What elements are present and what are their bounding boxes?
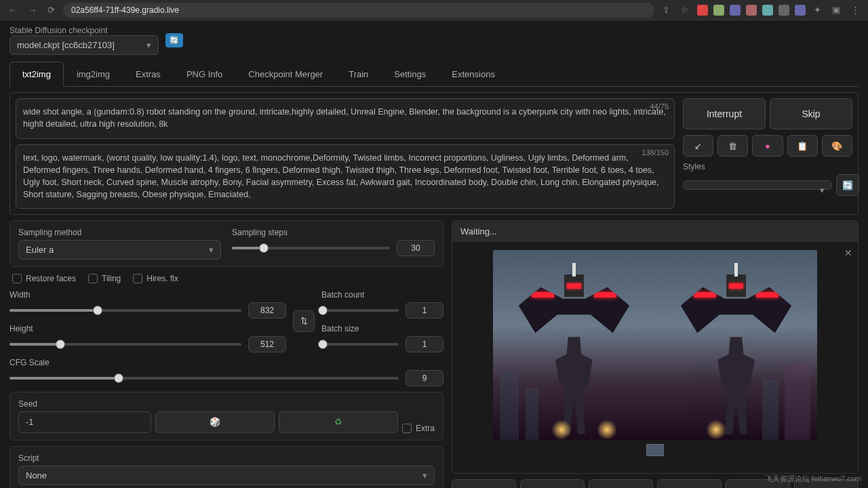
menu-icon[interactable]: ⋮: [848, 3, 863, 16]
sampling-steps-label: Sampling steps: [232, 228, 435, 237]
random-seed-button[interactable]: 🎲: [155, 411, 275, 433]
sampling-method-select[interactable]: Euler a: [18, 240, 221, 260]
sampling-steps-value[interactable]: 30: [397, 240, 435, 256]
reuse-seed-button[interactable]: ♻: [279, 411, 398, 433]
cfg-slider[interactable]: [9, 377, 399, 380]
extension-icon[interactable]: [746, 5, 757, 16]
hires-fix-checkbox[interactable]: Hires. fix: [133, 274, 178, 283]
save-button[interactable]: Save: [520, 479, 585, 489]
restore-faces-checkbox[interactable]: Restore faces: [12, 274, 76, 283]
extra-seed-checkbox[interactable]: Extra: [402, 424, 435, 433]
extension-icon[interactable]: [795, 5, 806, 16]
extension-icon[interactable]: [697, 5, 708, 16]
negative-prompt-input[interactable]: 138/150 text, logo, watermark, (worst qu…: [16, 144, 675, 209]
checkpoint-select[interactable]: model.ckpt [cc6cb27103]: [9, 35, 159, 55]
close-icon[interactable]: ✕: [844, 247, 852, 258]
checkpoint-label: Stable Diffusion checkpoint: [9, 26, 159, 35]
swap-dimensions-button[interactable]: ⇅: [293, 310, 315, 332]
trash-icon-button[interactable]: 🗑: [717, 135, 748, 157]
star-icon[interactable]: ☆: [678, 3, 692, 16]
width-slider[interactable]: [9, 309, 241, 312]
back-icon[interactable]: ←: [5, 3, 20, 16]
seed-label: Seed: [18, 399, 435, 409]
skip-button[interactable]: Skip: [770, 98, 852, 129]
sampling-steps-slider[interactable]: [232, 247, 390, 249]
width-value[interactable]: 832: [248, 302, 286, 319]
extension-icon[interactable]: [778, 5, 789, 16]
output-status: Waiting...: [452, 221, 858, 242]
height-value[interactable]: 512: [248, 336, 286, 352]
generated-robot-left: [513, 271, 636, 434]
interrupt-button[interactable]: Interrupt: [683, 98, 766, 129]
batch-count-slider[interactable]: [321, 309, 399, 312]
cfg-label: CFG Scale: [9, 358, 443, 367]
styles-label: Styles: [683, 162, 852, 171]
tab-settings[interactable]: Settings: [381, 62, 439, 86]
extension-icon[interactable]: [762, 5, 773, 16]
tab-txt2img[interactable]: txt2img: [9, 62, 64, 87]
thumbnail[interactable]: [646, 444, 664, 456]
extension-icon[interactable]: [730, 5, 741, 16]
styles-select[interactable]: [683, 180, 832, 190]
negative-token-count: 138/150: [642, 148, 669, 159]
batch-count-label: Batch count: [321, 290, 443, 300]
arrow-icon-button[interactable]: ↙: [683, 135, 713, 157]
batch-size-label: Batch size: [321, 324, 443, 333]
clipboard-icon-button[interactable]: 📋: [787, 135, 818, 157]
cfg-value[interactable]: 9: [406, 370, 443, 386]
prompt-input[interactable]: 44/75 wide shot angle, a (gundam:0.8) ro…: [16, 98, 675, 139]
extensions-icon[interactable]: ✦: [811, 3, 824, 16]
tab-pnginfo[interactable]: PNG Info: [174, 62, 235, 86]
share-icon[interactable]: ⇪: [660, 3, 673, 16]
style-icon-button[interactable]: ●: [752, 135, 783, 157]
app-root: Stable Diffusion checkpoint model.ckpt […: [0, 20, 868, 488]
open-folder-button[interactable]: 📁: [452, 479, 516, 489]
tab-img2img[interactable]: img2img: [64, 62, 123, 86]
seed-input[interactable]: -1: [18, 411, 151, 433]
tab-extras[interactable]: Extras: [123, 62, 174, 86]
script-select[interactable]: None: [18, 466, 435, 485]
refresh-checkpoint-button[interactable]: 🔄: [165, 33, 183, 47]
prompt-token-count: 44/75: [650, 102, 669, 113]
tab-checkpoint-merger[interactable]: Checkpoint Merger: [235, 62, 336, 86]
height-label: Height: [9, 324, 286, 333]
tab-train[interactable]: Train: [336, 62, 381, 86]
watermark-text: 飞天资源论坛 feitianwu7.com: [765, 474, 861, 484]
prompt-text: wide shot angle, a (gundam:0.8) robot st…: [23, 107, 666, 129]
panel-icon[interactable]: ▣: [829, 3, 843, 16]
batch-size-value[interactable]: 1: [406, 336, 443, 352]
height-slider[interactable]: [9, 343, 241, 346]
output-panel: Waiting... ✕: [452, 220, 859, 474]
tiling-checkbox[interactable]: Tiling: [88, 274, 121, 283]
extension-icon[interactable]: [713, 5, 724, 16]
main-tabs: txt2img img2img Extras PNG Info Checkpoi…: [9, 62, 859, 87]
tab-extensions[interactable]: Extensions: [439, 62, 508, 86]
batch-count-value[interactable]: 1: [406, 302, 443, 319]
output-image[interactable]: [493, 250, 817, 440]
generated-robot-right: [675, 271, 798, 434]
palette-icon-button[interactable]: 🎨: [822, 135, 852, 157]
apply-style-button[interactable]: 🔄: [836, 174, 859, 196]
script-label: Script: [18, 453, 435, 463]
browser-chrome: ← → ⟳ 02a56ff4-71ff-439e.gradio.live ⇪ ☆…: [0, 0, 868, 20]
reload-icon[interactable]: ⟳: [45, 3, 58, 16]
thumbnail-strip: [493, 440, 817, 465]
negative-prompt-text: text, logo, watermark, (worst quality, l…: [23, 153, 659, 199]
width-label: Width: [9, 290, 286, 300]
sampling-method-label: Sampling method: [18, 228, 221, 237]
send-img2img-button[interactable]: Send to img2img: [657, 479, 722, 489]
batch-size-slider[interactable]: [321, 343, 399, 346]
zip-button[interactable]: Zip: [589, 479, 653, 489]
url-bar[interactable]: 02a56ff4-71ff-439e.gradio.live: [63, 3, 654, 18]
forward-icon[interactable]: →: [25, 3, 39, 16]
